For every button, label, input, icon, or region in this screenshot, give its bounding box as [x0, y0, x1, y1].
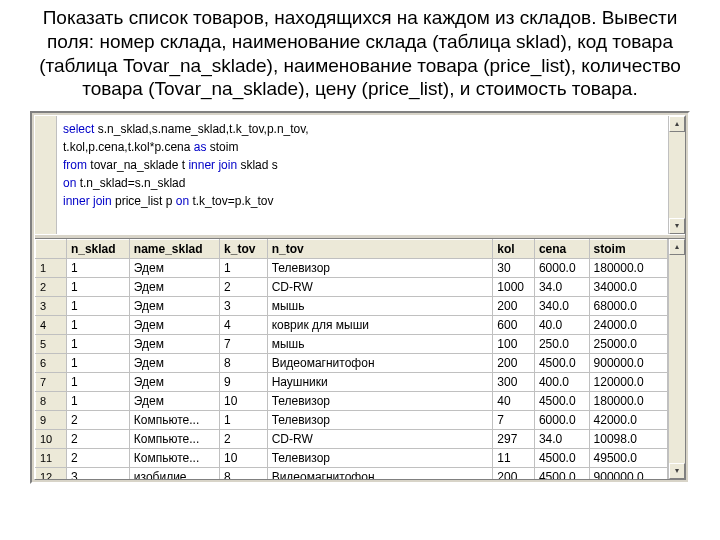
cell-k_tov[interactable]: 10 [220, 449, 268, 468]
cell-n_sklad[interactable]: 1 [66, 373, 129, 392]
cell-stoim[interactable]: 42000.0 [589, 411, 667, 430]
table-row[interactable]: 112Компьюте...10Телевизор114500.049500.0 [36, 449, 668, 468]
cell-k_tov[interactable]: 1 [220, 411, 268, 430]
cell-n_sklad[interactable]: 3 [66, 468, 129, 480]
cell-kol[interactable]: 100 [493, 335, 535, 354]
cell-k_tov[interactable]: 7 [220, 335, 268, 354]
cell-k_tov[interactable]: 1 [220, 259, 268, 278]
table-row[interactable]: 92Компьюте...1Телевизор76000.042000.0 [36, 411, 668, 430]
cell-n_sklad[interactable]: 1 [66, 335, 129, 354]
cell-stoim[interactable]: 900000.0 [589, 354, 667, 373]
cell-n_sklad[interactable]: 1 [66, 392, 129, 411]
cell-name_sklad[interactable]: Эдем [129, 278, 219, 297]
cell-n_tov[interactable]: Видеомагнитофон [267, 468, 493, 480]
table-row[interactable]: 41Эдем4коврик для мыши60040.024000.0 [36, 316, 668, 335]
cell-name_sklad[interactable]: Эдем [129, 316, 219, 335]
cell-n_tov[interactable]: мышь [267, 297, 493, 316]
cell-k_tov[interactable]: 2 [220, 278, 268, 297]
cell-n_tov[interactable]: мышь [267, 335, 493, 354]
table-row[interactable]: 51Эдем7мышь100250.025000.0 [36, 335, 668, 354]
table-row[interactable]: 21Эдем2CD-RW100034.034000.0 [36, 278, 668, 297]
col-k-tov[interactable]: k_tov [220, 240, 268, 259]
cell-n_sklad[interactable]: 1 [66, 354, 129, 373]
cell-k_tov[interactable]: 4 [220, 316, 268, 335]
table-row[interactable]: 11Эдем1Телевизор306000.0180000.0 [36, 259, 668, 278]
col-stoim[interactable]: stoim [589, 240, 667, 259]
cell-n_tov[interactable]: Телевизор [267, 392, 493, 411]
cell-name_sklad[interactable]: Компьюте... [129, 430, 219, 449]
cell-cena[interactable]: 40.0 [534, 316, 589, 335]
cell-n_sklad[interactable]: 2 [66, 411, 129, 430]
cell-cena[interactable]: 340.0 [534, 297, 589, 316]
cell-name_sklad[interactable]: Компьюте... [129, 411, 219, 430]
cell-n_sklad[interactable]: 1 [66, 278, 129, 297]
cell-k_tov[interactable]: 8 [220, 468, 268, 480]
cell-kol[interactable]: 11 [493, 449, 535, 468]
cell-cena[interactable]: 400.0 [534, 373, 589, 392]
cell-name_sklad[interactable]: Компьюте... [129, 449, 219, 468]
col-n-tov[interactable]: n_tov [267, 240, 493, 259]
cell-stoim[interactable]: 900000.0 [589, 468, 667, 480]
cell-kol[interactable]: 1000 [493, 278, 535, 297]
cell-n_tov[interactable]: коврик для мыши [267, 316, 493, 335]
grid-scrollbar[interactable]: ▴ ▾ [668, 239, 685, 479]
table-row[interactable]: 123изобилие....8Видеомагнитофон2004500.0… [36, 468, 668, 480]
cell-stoim[interactable]: 180000.0 [589, 259, 667, 278]
table-row[interactable]: 102Компьюте...2CD-RW29734.010098.0 [36, 430, 668, 449]
cell-stoim[interactable]: 10098.0 [589, 430, 667, 449]
table-row[interactable]: 71Эдем9Наушники300400.0120000.0 [36, 373, 668, 392]
cell-stoim[interactable]: 24000.0 [589, 316, 667, 335]
scroll-down-icon[interactable]: ▾ [669, 463, 685, 479]
cell-n_tov[interactable]: CD-RW [267, 278, 493, 297]
cell-kol[interactable]: 200 [493, 468, 535, 480]
table-row[interactable]: 31Эдем3мышь200340.068000.0 [36, 297, 668, 316]
cell-name_sklad[interactable]: Эдем [129, 297, 219, 316]
cell-stoim[interactable]: 180000.0 [589, 392, 667, 411]
cell-cena[interactable]: 4500.0 [534, 468, 589, 480]
cell-name_sklad[interactable]: Эдем [129, 335, 219, 354]
cell-stoim[interactable]: 49500.0 [589, 449, 667, 468]
cell-cena[interactable]: 34.0 [534, 278, 589, 297]
scroll-up-icon[interactable]: ▴ [669, 239, 685, 255]
col-name-sklad[interactable]: name_sklad [129, 240, 219, 259]
col-n-sklad[interactable]: n_sklad [66, 240, 129, 259]
scroll-up-icon[interactable]: ▴ [669, 116, 685, 132]
cell-k_tov[interactable]: 8 [220, 354, 268, 373]
cell-n_sklad[interactable]: 1 [66, 259, 129, 278]
cell-n_sklad[interactable]: 2 [66, 430, 129, 449]
cell-n_sklad[interactable]: 2 [66, 449, 129, 468]
cell-kol[interactable]: 297 [493, 430, 535, 449]
cell-k_tov[interactable]: 3 [220, 297, 268, 316]
cell-name_sklad[interactable]: Эдем [129, 259, 219, 278]
cell-cena[interactable]: 4500.0 [534, 392, 589, 411]
col-kol[interactable]: kol [493, 240, 535, 259]
cell-k_tov[interactable]: 2 [220, 430, 268, 449]
sql-editor[interactable]: select s.n_sklad,s.name_sklad,t.k_tov,p.… [57, 116, 668, 234]
cell-n_tov[interactable]: CD-RW [267, 430, 493, 449]
cell-kol[interactable]: 200 [493, 354, 535, 373]
table-row[interactable]: 61Эдем8Видеомагнитофон2004500.0900000.0 [36, 354, 668, 373]
cell-cena[interactable]: 4500.0 [534, 449, 589, 468]
cell-name_sklad[interactable]: Эдем [129, 392, 219, 411]
cell-kol[interactable]: 7 [493, 411, 535, 430]
cell-n_tov[interactable]: Видеомагнитофон [267, 354, 493, 373]
cell-n_tov[interactable]: Телевизор [267, 259, 493, 278]
cell-stoim[interactable]: 68000.0 [589, 297, 667, 316]
cell-stoim[interactable]: 34000.0 [589, 278, 667, 297]
cell-n_sklad[interactable]: 1 [66, 316, 129, 335]
cell-name_sklad[interactable]: Эдем [129, 354, 219, 373]
cell-stoim[interactable]: 25000.0 [589, 335, 667, 354]
cell-k_tov[interactable]: 9 [220, 373, 268, 392]
cell-name_sklad[interactable]: изобилие.... [129, 468, 219, 480]
cell-stoim[interactable]: 120000.0 [589, 373, 667, 392]
cell-cena[interactable]: 6000.0 [534, 411, 589, 430]
col-cena[interactable]: cena [534, 240, 589, 259]
cell-kol[interactable]: 200 [493, 297, 535, 316]
cell-cena[interactable]: 6000.0 [534, 259, 589, 278]
cell-cena[interactable]: 34.0 [534, 430, 589, 449]
cell-n_tov[interactable]: Наушники [267, 373, 493, 392]
cell-n_tov[interactable]: Телевизор [267, 449, 493, 468]
scroll-down-icon[interactable]: ▾ [669, 218, 685, 234]
cell-name_sklad[interactable]: Эдем [129, 373, 219, 392]
cell-kol[interactable]: 40 [493, 392, 535, 411]
